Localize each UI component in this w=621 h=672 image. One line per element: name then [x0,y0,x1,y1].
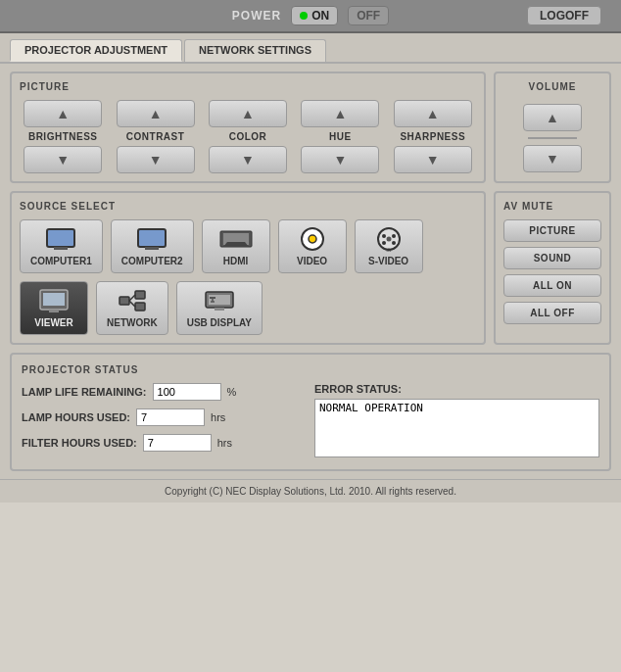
contrast-control: CONTRAST [117,100,195,173]
avmute-allon-button[interactable]: ALL ON [503,274,601,297]
network-label: NETWORK [107,317,158,328]
video-icon-wrap [295,226,330,252]
source-usb-button[interactable]: USB DISPLAY [176,281,263,335]
contrast-up-button[interactable] [117,100,195,127]
svideo-label: S-VIDEO [368,256,408,266]
computer1-label: COMPUTER1 [30,256,92,266]
lamp-hours-input[interactable] [136,408,205,426]
source-hdmi-button[interactable]: HDMI [202,219,270,273]
contrast-down-button[interactable] [117,146,195,173]
svg-point-14 [386,237,391,242]
sharpness-down-button[interactable] [394,146,472,173]
volume-down-button[interactable] [523,145,582,172]
svg-point-11 [392,234,396,238]
svg-point-12 [382,241,386,245]
svg-rect-26 [215,308,224,311]
svg-text:⊕: ⊕ [386,247,392,252]
viewer-icon [39,289,69,312]
status-section: PROJECTOR STATUS LAMP LIFE REMAINING: % … [10,353,611,471]
tab-network-settings[interactable]: NETWORK SETTINGS [184,39,326,62]
network-icon [118,289,147,312]
avmute-picture-button[interactable]: PICTURE [503,219,601,242]
video-label: VIDEO [297,256,327,266]
svg-rect-18 [49,310,59,312]
power-on-label: ON [311,9,329,23]
color-down-button[interactable] [209,146,287,173]
filter-hours-input[interactable] [143,434,212,452]
power-on-button[interactable]: ON [291,6,338,25]
up-arrow-icon [56,106,70,121]
top-bar: POWER ON OFF LOGOFF [0,0,621,33]
lamp-hours-unit: hrs [211,411,225,423]
sharpness-up-button[interactable] [394,100,472,127]
volume-up-button[interactable] [523,104,582,131]
footer-text: Copyright (C) NEC Display Solutions, Ltd… [165,486,456,497]
down-arrow-icon [546,151,559,167]
svg-point-13 [392,241,396,245]
svg-rect-27 [210,297,215,299]
svg-rect-20 [135,291,145,299]
lamp-life-label: LAMP LIFE REMAINING: [22,386,147,398]
hue-label: HUE [329,131,352,142]
status-left: LAMP LIFE REMAINING: % LAMP HOURS USED: … [22,383,307,459]
down-arrow-icon [426,152,440,168]
source-row-2: VIEWER NETWORK [20,281,476,335]
up-arrow-icon [426,106,440,121]
error-status-textarea [314,399,599,457]
hdmi-icon [219,228,253,250]
hue-up-button[interactable] [301,100,379,127]
filter-hours-unit: hrs [217,437,232,449]
source-computer2-button[interactable]: COMPUTER2 [111,219,194,273]
power-label: POWER [232,9,281,23]
source-svideo-button[interactable]: ⊕ S-VIDEO [355,219,423,273]
lamp-life-input[interactable] [153,383,221,401]
volume-divider [528,137,577,139]
hdmi-label: HDMI [223,256,249,266]
volume-panel: VOLUME [494,72,611,183]
source-video-button[interactable]: VIDEO [278,219,347,273]
avmute-sound-button[interactable]: SOUND [503,247,601,269]
avmute-alloff-button[interactable]: ALL OFF [503,302,601,324]
source-network-button[interactable]: NETWORK [96,281,168,335]
lamp-hours-row: LAMP HOURS USED: hrs [22,408,307,426]
down-arrow-icon [56,152,70,168]
picture-panel: PICTURE BRIGHTNESS CONTRAST [10,72,486,183]
tab-bar: PROJECTOR ADJUSTMENT NETWORK SETTINGS [0,33,621,64]
status-grid: LAMP LIFE REMAINING: % LAMP HOURS USED: … [22,383,599,459]
projector-status-title: PROJECTOR STATUS [22,364,599,375]
svg-line-22 [129,295,135,301]
computer2-label: COMPUTER2 [121,256,183,266]
svg-rect-2 [138,229,166,247]
picture-controls: BRIGHTNESS CONTRAST COLOR [20,100,476,173]
logoff-button[interactable]: LOGOFF [527,6,601,25]
source-title: SOURCE SELECT [20,201,476,212]
computer2-icon-wrap [134,226,169,252]
source-panel: SOURCE SELECT COMPUTER1 [10,191,486,345]
power-indicator [300,12,308,20]
source-viewer-button[interactable]: VIEWER [20,281,88,335]
brightness-up-button[interactable] [24,100,102,127]
power-off-label: OFF [357,9,380,23]
volume-controls [523,104,582,172]
avmute-panel: AV MUTE PICTURE SOUND ALL ON ALL OFF [494,191,611,345]
up-arrow-icon [333,106,347,121]
computer1-icon [46,228,75,250]
main-content: PICTURE BRIGHTNESS CONTRAST [0,64,621,479]
hue-down-button[interactable] [301,146,379,173]
svg-rect-21 [135,303,145,311]
svg-rect-3 [145,247,159,250]
computer1-icon-wrap [43,226,78,252]
filter-hours-row: FILTER HOURS USED: hrs [22,434,307,452]
source-computer1-button[interactable]: COMPUTER1 [20,219,103,273]
usb-label: USB DISPLAY [187,317,252,328]
tab-projector-adjustment[interactable]: PROJECTOR ADJUSTMENT [10,39,182,62]
power-off-button[interactable]: OFF [348,6,389,25]
brightness-down-button[interactable] [24,146,102,173]
color-up-button[interactable] [209,100,287,127]
picture-title: PICTURE [20,81,476,92]
video-icon [300,226,325,252]
usb-icon-wrap [202,288,237,313]
svg-rect-19 [119,297,129,305]
source-grid: COMPUTER1 COMPUTER2 [20,219,476,335]
hue-control: HUE [301,100,379,173]
